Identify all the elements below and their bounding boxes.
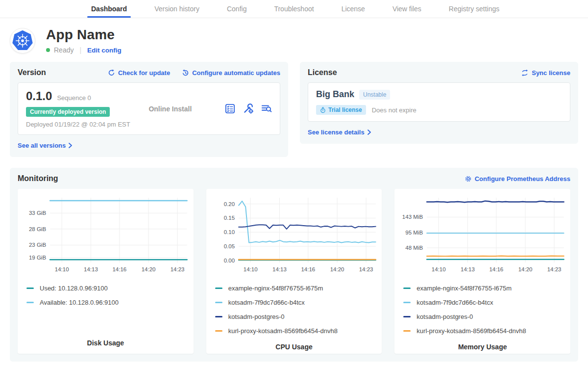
svg-text:14:23: 14:23 xyxy=(171,266,185,272)
legend-label: kotsadm-postgres-0 xyxy=(228,313,285,320)
svg-text:95 MiB: 95 MiB xyxy=(406,230,423,235)
tab-config[interactable]: Config xyxy=(227,0,246,18)
version-sequence: Sequence 0 xyxy=(57,94,91,102)
preflight-checks-icon[interactable] xyxy=(225,104,235,114)
config-wrench-icon[interactable] xyxy=(243,104,253,114)
tab-dashboard[interactable]: Dashboard xyxy=(91,0,127,18)
legend-dash xyxy=(215,330,222,332)
tab-license[interactable]: License xyxy=(342,0,365,18)
cpu-usage-chart: 0.200.150.100.050.0014:1014:1314:1614:20… xyxy=(206,194,382,277)
svg-text:33 GiB: 33 GiB xyxy=(29,210,47,216)
legend-item: kurl-proxy-kotsadm-8569fb6454-dnvh8 xyxy=(215,324,382,338)
svg-text:14:20: 14:20 xyxy=(142,266,156,272)
legend-item: kotsadm-postgres-0 xyxy=(215,310,382,324)
svg-text:14:16: 14:16 xyxy=(301,266,315,272)
chevron-right-icon xyxy=(69,143,72,148)
svg-text:14:13: 14:13 xyxy=(272,266,287,272)
legend-dash xyxy=(403,302,411,303)
legend-label: kurl-proxy-kotsadm-8569fb6454-dnvh8 xyxy=(416,327,526,335)
divider: | xyxy=(79,46,81,54)
legend-label: example-nginx-54f8f76755-l675m xyxy=(228,285,323,292)
memory-usage-card: 143 MiB95 MiB48 MiB14:1014:1314:1614:201… xyxy=(394,189,570,354)
current-version-box: 0.1.0 Sequence 0 Currently deployed vers… xyxy=(18,82,280,135)
app-header: App Name Ready | Edit config xyxy=(0,18,588,56)
svg-text:14:20: 14:20 xyxy=(330,266,344,272)
disk-usage-chart: 33 GiB28 GiB23 GiB19 GiB14:1014:1314:161… xyxy=(18,194,194,277)
legend-dash xyxy=(403,330,411,332)
disk-usage-card: 33 GiB28 GiB23 GiB19 GiB14:1014:1314:161… xyxy=(18,189,194,354)
legend-label: kotsadm-postgres-0 xyxy=(416,313,473,320)
clock-arrow-icon xyxy=(182,69,189,77)
chart-title: Memory Usage xyxy=(394,338,570,351)
svg-text:28 GiB: 28 GiB xyxy=(29,226,47,232)
deploy-logs-icon[interactable] xyxy=(261,104,272,114)
chart-title: CPU Usage xyxy=(206,338,382,351)
legend-dash xyxy=(403,288,411,289)
svg-text:14:10: 14:10 xyxy=(243,266,257,272)
configure-prometheus-button[interactable]: Configure Prometheus Address xyxy=(465,175,570,183)
license-card: License Sync license Big Bank Unstable xyxy=(300,62,578,144)
legend-item: kotsadm-7f9dc7d66c-b4tcx xyxy=(403,295,570,310)
legend-item: kotsadm-postgres-0 xyxy=(403,310,570,324)
cpu-usage-card: 0.200.150.100.050.0014:1014:1314:1614:20… xyxy=(206,189,382,354)
cpu-usage-legend: example-nginx-54f8f76755-l675mkotsadm-7f… xyxy=(206,281,382,338)
memory-usage-chart: 143 MiB95 MiB48 MiB14:1014:1314:1614:201… xyxy=(394,194,570,277)
legend-item: Used: 10.128.0.96:9100 xyxy=(26,281,194,295)
edit-config-link[interactable]: Edit config xyxy=(87,47,122,54)
tab-version-history[interactable]: Version history xyxy=(154,0,199,18)
legend-label: kotsadm-7f9dc7d66c-b4tcx xyxy=(416,299,493,306)
svg-text:14:23: 14:23 xyxy=(547,266,562,272)
channel-badge: Unstable xyxy=(359,90,390,100)
memory-usage-legend: example-nginx-54f8f76755-l675mkotsadm-7f… xyxy=(394,281,570,338)
svg-text:14:10: 14:10 xyxy=(432,266,446,272)
svg-text:0.15: 0.15 xyxy=(223,215,234,221)
configure-automatic-updates-button[interactable]: Configure automatic updates xyxy=(182,69,280,77)
legend-item: Available: 10.128.0.96:9100 xyxy=(26,295,194,310)
svg-text:14:13: 14:13 xyxy=(461,266,475,272)
chevron-right-icon xyxy=(368,130,371,135)
kubernetes-logo-icon xyxy=(10,28,35,53)
svg-text:14:20: 14:20 xyxy=(518,266,533,272)
svg-text:0.10: 0.10 xyxy=(223,229,234,235)
top-nav: Dashboard Version history Config Trouble… xyxy=(0,0,588,18)
check-for-update-button[interactable]: Check for update xyxy=(108,69,170,77)
legend-dash xyxy=(215,288,222,289)
legend-dash xyxy=(26,302,34,303)
legend-label: kotsadm-7f9dc7d66c-b4tcx xyxy=(228,299,305,306)
version-card: Version Check for update Configure au xyxy=(10,62,288,157)
svg-text:0.20: 0.20 xyxy=(223,201,234,207)
svg-text:143 MiB: 143 MiB xyxy=(402,214,423,220)
deployed-badge: Currently deployed version xyxy=(26,107,110,117)
tab-view-files[interactable]: View files xyxy=(392,0,421,18)
legend-label: example-nginx-54f8f76755-l675m xyxy=(416,285,512,292)
svg-text:19 GiB: 19 GiB xyxy=(29,255,47,261)
version-card-title: Version xyxy=(18,68,46,77)
see-all-versions-link[interactable]: See all versions xyxy=(18,142,72,149)
tab-registry-settings[interactable]: Registry settings xyxy=(449,0,499,18)
svg-text:14:16: 14:16 xyxy=(112,266,126,272)
svg-text:48 MiB: 48 MiB xyxy=(406,245,423,251)
monitoring-title: Monitoring xyxy=(18,174,58,183)
legend-dash xyxy=(215,302,222,303)
svg-text:14:10: 14:10 xyxy=(55,266,69,272)
gear-icon xyxy=(465,175,472,183)
legend-item: example-nginx-54f8f76755-l675m xyxy=(403,281,570,295)
trial-license-badge: Trial license xyxy=(316,105,366,115)
legend-label: Available: 10.128.0.96:9100 xyxy=(40,299,119,306)
license-name: Big Bank xyxy=(316,89,354,100)
legend-label: kurl-proxy-kotsadm-8569fb6454-dnvh8 xyxy=(228,327,338,335)
disk-usage-legend: Used: 10.128.0.96:9100Available: 10.128.… xyxy=(18,281,194,310)
svg-text:0.05: 0.05 xyxy=(223,243,234,249)
legend-item: kurl-proxy-kotsadm-8569fb6454-dnvh8 xyxy=(403,324,570,338)
see-license-details-link[interactable]: See license details xyxy=(308,129,371,136)
monitoring-section: Monitoring Configure Prometheus Address … xyxy=(10,168,578,362)
legend-label: Used: 10.128.0.96:9100 xyxy=(40,285,108,292)
license-card-title: License xyxy=(308,68,337,77)
tab-troubleshoot[interactable]: Troubleshoot xyxy=(274,0,314,18)
deployed-timestamp: Deployed 01/19/22 @ 02:04 pm EST xyxy=(26,121,130,128)
license-details-box: Big Bank Unstable Trial license Does not… xyxy=(308,82,570,122)
sync-icon xyxy=(521,69,529,77)
sync-license-button[interactable]: Sync license xyxy=(521,69,570,77)
svg-text:23 GiB: 23 GiB xyxy=(29,242,47,248)
svg-text:14:13: 14:13 xyxy=(84,266,98,272)
